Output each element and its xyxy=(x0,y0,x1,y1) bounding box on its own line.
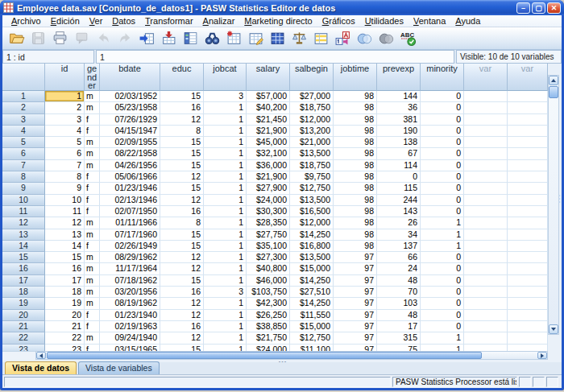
cell-var2[interactable] xyxy=(508,148,548,159)
menu-datos[interactable]: Datos xyxy=(107,15,140,27)
cell-prevexp[interactable]: 36 xyxy=(377,102,421,113)
cell-gender[interactable]: m xyxy=(85,275,100,287)
cell-prevexp[interactable]: 48 xyxy=(377,275,421,287)
cell-salary[interactable]: $32,100 xyxy=(247,148,290,159)
row-number[interactable]: 15 xyxy=(2,252,45,263)
column-header-bdate[interactable]: bdate xyxy=(100,64,160,91)
cell-salary[interactable]: $21,750 xyxy=(247,332,290,344)
cell-jobcat[interactable]: 1 xyxy=(204,137,247,148)
cell-minority[interactable]: 0 xyxy=(421,275,464,287)
cell-var1[interactable] xyxy=(464,310,508,321)
cell-minority[interactable]: 0 xyxy=(421,321,464,332)
cell-prevexp[interactable]: 0 xyxy=(377,171,421,183)
vertical-splitter-handle[interactable]: ••• xyxy=(558,194,562,204)
cell-educ[interactable]: 16 xyxy=(160,287,204,298)
cell-jobtime[interactable]: 98 xyxy=(334,114,377,126)
cell-gender[interactable]: m xyxy=(85,91,100,102)
cell-gender[interactable]: f xyxy=(85,321,100,332)
cell-var2[interactable] xyxy=(508,310,548,321)
cell-var1[interactable] xyxy=(464,114,508,126)
cell-var1[interactable] xyxy=(464,102,508,113)
cell-prevexp[interactable]: 75 xyxy=(377,345,421,351)
cell-gender[interactable]: m xyxy=(85,332,100,344)
cell-salbegin[interactable]: $18,750 xyxy=(290,160,334,171)
column-header-minority[interactable]: minority xyxy=(421,64,464,91)
cell-id[interactable]: 6 xyxy=(45,148,85,159)
cell-jobtime[interactable]: 98 xyxy=(334,102,377,113)
cell-prevexp[interactable]: 34 xyxy=(377,229,421,241)
row-number[interactable]: 17 xyxy=(2,275,45,287)
cell-salary[interactable]: $21,900 xyxy=(247,126,290,137)
scroll-left-button[interactable] xyxy=(36,352,46,359)
cell-var1[interactable] xyxy=(464,345,508,351)
cell-jobtime[interactable]: 98 xyxy=(334,206,377,217)
cell-gender[interactable]: m xyxy=(85,160,100,171)
cell-var2[interactable] xyxy=(508,275,548,287)
cell-var2[interactable] xyxy=(508,171,548,183)
cell-prevexp[interactable]: 138 xyxy=(377,137,421,148)
cell-var1[interactable] xyxy=(464,183,508,194)
cell-jobcat[interactable]: 1 xyxy=(204,310,247,321)
goto-variable-button[interactable] xyxy=(158,28,180,48)
cell-var2[interactable] xyxy=(508,345,548,351)
cell-salbegin[interactable]: $18,750 xyxy=(290,102,334,113)
cell-jobcat[interactable]: 1 xyxy=(204,206,247,217)
cell-jobtime[interactable]: 98 xyxy=(334,160,377,171)
cell-bdate[interactable]: 04/26/1956 xyxy=(100,160,160,171)
cell-var2[interactable] xyxy=(508,91,548,102)
cell-id[interactable]: 11 xyxy=(45,206,85,217)
cell-minority[interactable]: 0 xyxy=(421,195,464,206)
cell-id[interactable]: 21 xyxy=(45,321,85,332)
cell-minority[interactable]: 1 xyxy=(421,217,464,229)
cell-gender[interactable]: f xyxy=(85,206,100,217)
cell-jobtime[interactable]: 97 xyxy=(334,345,377,351)
cell-salbegin[interactable]: $27,000 xyxy=(290,91,334,102)
cell-educ[interactable]: 16 xyxy=(160,206,204,217)
row-number[interactable]: 14 xyxy=(2,241,45,252)
cell-var1[interactable] xyxy=(464,91,508,102)
row-number[interactable]: 10 xyxy=(2,195,45,206)
cell-id[interactable]: 20 xyxy=(45,310,85,321)
cell-prevexp[interactable]: 48 xyxy=(377,310,421,321)
cell-var2[interactable] xyxy=(508,114,548,126)
cell-educ[interactable]: 16 xyxy=(160,321,204,332)
cell-id[interactable]: 1 xyxy=(45,91,85,102)
cell-var1[interactable] xyxy=(464,287,508,298)
cell-educ[interactable]: 12 xyxy=(160,171,204,183)
cell-educ[interactable]: 12 xyxy=(160,298,204,309)
cell-bdate[interactable]: 11/17/1964 xyxy=(100,263,160,274)
row-number[interactable]: 21 xyxy=(2,321,45,332)
maximize-button[interactable]: ▢ xyxy=(532,2,545,14)
vertical-scrollbar[interactable] xyxy=(548,75,559,335)
cell-id[interactable]: 4 xyxy=(45,126,85,137)
cell-salbegin[interactable]: $13,500 xyxy=(290,252,334,263)
cell-prevexp[interactable]: 143 xyxy=(377,206,421,217)
cell-bdate[interactable]: 02/09/1955 xyxy=(100,137,160,148)
cell-educ[interactable]: 12 xyxy=(160,310,204,321)
weight-cases-button[interactable] xyxy=(288,28,310,48)
cell-salary[interactable]: $45,000 xyxy=(247,137,290,148)
menu-marketing-directo[interactable]: Marketing directo xyxy=(239,15,317,27)
column-header-var2[interactable]: var xyxy=(508,64,548,91)
cell-gender[interactable]: m xyxy=(85,148,100,159)
cell-bdate[interactable]: 08/22/1958 xyxy=(100,148,160,159)
cell-id[interactable]: 3 xyxy=(45,114,85,126)
cell-prevexp[interactable]: 115 xyxy=(377,183,421,194)
cell-var2[interactable] xyxy=(508,287,548,298)
cell-salbegin[interactable]: $12,750 xyxy=(290,332,334,344)
cell-minority[interactable]: 1 xyxy=(421,332,464,344)
row-number[interactable]: 19 xyxy=(2,298,45,309)
cell-minority[interactable]: 0 xyxy=(421,287,464,298)
cell-jobtime[interactable]: 98 xyxy=(334,148,377,159)
menu-gr-ficos[interactable]: Gráficos xyxy=(317,15,360,27)
column-header-salbegin[interactable]: salbegin xyxy=(290,64,334,91)
cell-id[interactable]: 15 xyxy=(45,252,85,263)
menu-ver[interactable]: Ver xyxy=(85,15,108,27)
cell-jobtime[interactable]: 97 xyxy=(334,321,377,332)
cell-gender[interactable]: m xyxy=(85,229,100,241)
cell-bdate[interactable]: 01/23/1946 xyxy=(100,183,160,194)
cell-educ[interactable]: 12 xyxy=(160,332,204,344)
cell-var1[interactable] xyxy=(464,195,508,206)
cell-id[interactable]: 23 xyxy=(45,345,85,351)
cell-id[interactable]: 22 xyxy=(45,332,85,344)
